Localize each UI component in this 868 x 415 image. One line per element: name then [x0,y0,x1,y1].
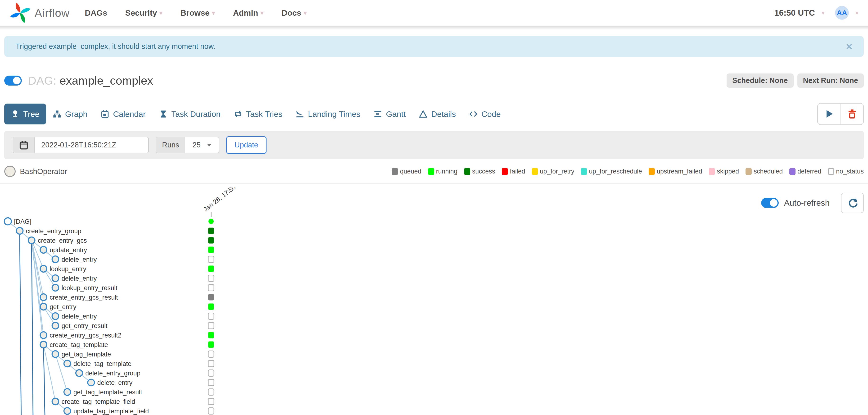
menu-dags[interactable]: DAGs [85,8,107,18]
menu-browse[interactable]: Browse▾ [181,8,215,18]
tree-node-create_entry_gcs[interactable] [28,237,35,244]
trash-icon [847,109,857,119]
status-label: up_for_reschedule [589,168,642,175]
task-status-square-delete_entry[interactable] [208,256,214,263]
tree-node-dag[interactable] [4,218,11,225]
task-status-square-delete_tag_template[interactable] [208,360,214,367]
tab-task-tries[interactable]: Task Tries [227,103,289,124]
legend-skipped: skipped [709,168,739,175]
tree-node-delete_tag_template[interactable] [64,360,71,367]
tree-node-label: delete_entry [62,313,97,320]
tab-label: Details [431,110,456,119]
status-label: up_for_retry [540,168,575,175]
tab-tree[interactable]: Tree [4,103,46,124]
auto-refresh-toggle[interactable] [761,198,779,208]
status-label: deferred [797,168,821,175]
status-label: success [472,168,495,175]
task-status-square-delete_entry[interactable] [208,275,214,281]
tab-gantt[interactable]: Gantt [367,103,412,124]
details-icon [419,110,427,118]
task-status-square-lookup_entry[interactable] [208,266,214,272]
tree-node-get_tag_template_result[interactable] [64,389,71,395]
legend-deferred: deferred [789,168,821,175]
tab-task-duration[interactable]: Task Duration [152,103,227,124]
task-status-square-get_tag_template_result[interactable] [208,389,214,395]
tree-node-create_entry_gcs_result[interactable] [40,294,47,300]
tab-label: Task Duration [171,110,221,119]
task-status-square-delete_entry[interactable] [208,380,214,386]
tree-node-create_entry_group[interactable] [17,228,23,234]
chevron-down-icon[interactable]: ▾ [856,9,859,17]
trigger-dag-button[interactable] [818,103,840,124]
tab-graph[interactable]: Graph [46,103,94,124]
avatar[interactable]: AA [835,6,849,20]
operator-legend: BashOperator [4,166,67,177]
task-status-square-create_entry_gcs[interactable] [208,237,214,244]
base-date-input[interactable] [35,137,148,153]
legend-running: running [428,168,458,175]
task-status-square-update_tag_template_field[interactable] [208,408,214,414]
tab-details[interactable]: Details [412,103,462,124]
delete-dag-button[interactable] [840,103,863,124]
refresh-button[interactable] [841,193,864,213]
menu-admin[interactable]: Admin▾ [233,8,264,18]
airflow-logo[interactable]: Airflow [9,2,70,24]
close-icon[interactable]: × [846,41,852,52]
tree-node-lookup_entry[interactable] [40,265,47,272]
tree-node-label: delete_entry [62,275,97,282]
task-status-square-get_entry[interactable] [208,304,214,310]
task-status-square-create_tag_template_field[interactable] [208,398,214,405]
tab-label: Graph [65,110,88,119]
dag-badges: Schedule: None Next Run: None [726,73,864,88]
navbar-shadow [0,26,868,30]
next-run-badge: Next Run: None [797,73,864,88]
task-status-square-update_entry[interactable] [208,247,214,253]
tree-icon [11,110,20,118]
tree-node-label: get_tag_template_result [73,389,142,396]
tree-node-delete_entry[interactable] [52,256,59,263]
task-status-square-get_tag_template[interactable] [208,351,214,357]
task-status-square-delete_entry[interactable] [208,313,214,320]
tree-node-update_tag_template_field[interactable] [64,408,71,414]
status-label: upstream_failed [657,168,702,175]
tree-node-label: delete_entry [62,256,97,263]
tab-code[interactable]: Code [462,103,507,124]
tree-node-lookup_entry_result[interactable] [52,285,59,291]
tree-node-delete_entry[interactable] [52,275,59,281]
task-status-square-delete_entry_group[interactable] [208,370,214,376]
dag-name: example_complex [59,74,153,87]
task-status-square-create_tag_template[interactable] [208,342,214,348]
tree-node-delete_entry_group[interactable] [76,370,83,376]
tree-node-create_entry_gcs_result2[interactable] [40,332,47,338]
status-label: running [436,168,458,175]
dag-pause-toggle[interactable] [4,76,22,86]
operator-name: BashOperator [20,167,67,176]
run-column-header: Jan 28, 17:50 [202,187,237,213]
tree-node-delete_entry[interactable] [52,313,59,320]
calendar-icon [13,137,35,153]
update-button[interactable]: Update [226,136,267,154]
tree-node-delete_entry[interactable] [88,379,94,386]
menu-docs[interactable]: Docs▾ [281,8,307,18]
tree-node-create_tag_template[interactable] [40,341,47,348]
task-status-square-create_entry_group[interactable] [208,228,214,234]
task-status-square-create_entry_gcs_result[interactable] [208,294,214,300]
tab-landing-times[interactable]: Landing Times [289,103,367,124]
task-status-square-create_entry_gcs_result2[interactable] [208,332,214,338]
tree-node-get_entry[interactable] [40,303,47,310]
tab-label: Calendar [113,110,146,119]
tab-label: Tree [23,110,39,119]
task-status-square-lookup_entry_result[interactable] [208,285,214,291]
clock[interactable]: 16:50 UTC [774,8,815,18]
runs-select[interactable]: 25 [185,137,218,153]
tab-calendar[interactable]: Calendar [94,103,152,124]
chevron-down-icon[interactable]: ▾ [822,9,825,17]
dag-run-status-circle[interactable] [209,219,214,224]
tree-node-create_tag_template_field[interactable] [52,398,59,405]
tree-node-update_entry[interactable] [40,246,47,253]
status-legend: queuedrunningsuccessfailedup_for_retryup… [392,168,864,175]
tree-node-get_entry_result[interactable] [52,322,59,329]
menu-security[interactable]: Security▾ [125,8,162,18]
tree-node-get_tag_template[interactable] [52,351,59,357]
task-status-square-get_entry_result[interactable] [208,323,214,329]
